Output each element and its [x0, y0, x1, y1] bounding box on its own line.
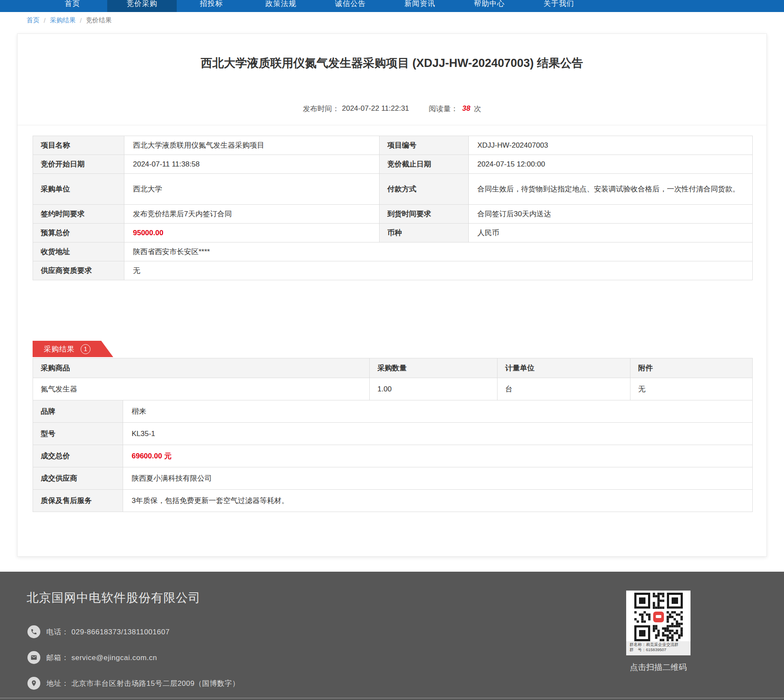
- qr-code[interactable]: 群名称：易竞采企业交流群 群 号：615839507: [626, 591, 691, 655]
- info-label-cell: 预算总价: [33, 224, 124, 242]
- views-count: 38: [462, 104, 470, 113]
- info-value-cell: 无: [124, 261, 753, 280]
- nav-items: 首页 竞价采购 招投标 政策法规 诚信公告 新闻资讯 帮助中心 关于我们: [38, 0, 594, 12]
- column-header: 计量单位: [498, 358, 630, 378]
- breadcrumb-section-link[interactable]: 采购结果: [50, 16, 75, 24]
- product-table: 采购商品 采购数量 计量单位 附件 氮气发生器 1.00 台 无: [33, 358, 753, 400]
- info-label-cell: 供应商资质要求: [33, 261, 124, 280]
- views-label: 阅读量：: [429, 104, 458, 114]
- info-value-cell: 西北大学: [124, 174, 380, 205]
- table-row: 成交总价 69600.00 元: [33, 445, 753, 467]
- table-row: 品牌 楷来: [33, 400, 753, 423]
- budget-total-value: 95000.00: [124, 224, 380, 242]
- breadcrumb-home-link[interactable]: 首页: [27, 16, 39, 24]
- nav-item-policies[interactable]: 政策法规: [246, 0, 316, 12]
- warranty-value: 3年质保，包括免费更新一套空气过滤器等耗材。: [123, 490, 753, 512]
- location-icon: [27, 677, 40, 690]
- nav-item-about-us[interactable]: 关于我们: [524, 0, 594, 12]
- table-header-row: 采购商品 采购数量 计量单位 附件: [33, 358, 753, 378]
- project-info-table: 项目名称 西北大学液质联用仪氮气发生器采购项目 项目编号 XDJJ-HW-202…: [33, 136, 753, 280]
- info-value-cell: 2024-07-11 11:38:58: [124, 155, 380, 174]
- qr-code-image: [634, 593, 683, 641]
- product-name-cell: 氮气发生器: [33, 378, 370, 400]
- email-value: service@ejingcai.com.cn: [72, 654, 157, 662]
- table-row: 签约时间要求 发布竞价结果后7天内签订合同 到货时间要求 合同签订后30天内送达: [33, 205, 753, 224]
- table-row: 采购单位 西北大学 付款方式 合同生效后，待货物到达指定地点、安装调试验收合格后…: [33, 174, 753, 205]
- footer-address-row: 地址：北京市丰台区射击场路15号二层2009（国博数字）: [27, 676, 240, 690]
- footer-company-name: 北京国网中电软件股份有限公司: [27, 590, 201, 606]
- nav-item-bidding-purchase[interactable]: 竞价采购: [107, 0, 177, 12]
- nav-item-help-center[interactable]: 帮助中心: [455, 0, 524, 12]
- info-label-cell: 采购单位: [33, 174, 124, 205]
- product-attachment-cell: 无: [630, 378, 753, 400]
- publish-time-label: 发布时间：: [303, 104, 339, 114]
- address-label: 地址：: [46, 679, 69, 688]
- info-label-cell: 到货时间要求: [380, 205, 469, 224]
- footer-divider: [0, 698, 784, 698]
- detail-label-cell: 成交总价: [33, 445, 123, 467]
- email-label: 邮箱：: [46, 654, 69, 662]
- info-value-cell: 2024-07-15 12:00:00: [469, 155, 753, 174]
- nav-item-home[interactable]: 首页: [38, 0, 107, 12]
- info-value-cell: 合同签订后30天内送达: [469, 205, 753, 224]
- address-value: 北京市丰台区射击场路15号二层2009（国博数字）: [72, 679, 240, 688]
- column-header: 采购商品: [33, 358, 370, 378]
- info-label-cell: 竞价开始日期: [33, 155, 124, 174]
- breadcrumb-current: 竞价结果: [86, 16, 112, 24]
- qr-group-name: 群名称：易竞采企业交流群: [630, 642, 687, 647]
- breadcrumb: 首页 / 采购结果 / 竞价结果: [27, 16, 112, 24]
- brand-value: 楷来: [123, 400, 753, 423]
- nav-item-tendering[interactable]: 招投标: [177, 0, 246, 12]
- top-navigation: 首页 竞价采购 招投标 政策法规 诚信公告 新闻资讯 帮助中心 关于我们: [0, 0, 784, 12]
- phone-label: 电话：: [46, 628, 69, 636]
- info-label-cell: 项目编号: [380, 136, 469, 155]
- detail-label-cell: 品牌: [33, 400, 123, 423]
- table-row: 氮气发生器 1.00 台 无: [33, 378, 753, 400]
- purchase-result-badge: 采购结果 1: [33, 341, 113, 357]
- badge-label: 采购结果: [44, 344, 75, 354]
- announcement-card: 西北大学液质联用仪氮气发生器采购项目 (XDJJ-HW-202407003) 结…: [17, 33, 767, 557]
- nav-item-integrity-notice[interactable]: 诚信公告: [316, 0, 385, 12]
- detail-label-cell: 型号: [33, 423, 123, 445]
- table-row: 质保及售后服务 3年质保，包括免费更新一套空气过滤器等耗材。: [33, 490, 753, 512]
- detail-label-cell: 成交供应商: [33, 467, 123, 490]
- model-value: KL35-1: [123, 423, 753, 445]
- mail-icon: [27, 651, 40, 664]
- info-value-cell: 合同生效后，待货物到达指定地点、安装调试验收合格后，一次性付清合同货款。: [469, 174, 753, 205]
- info-label-cell: 币种: [380, 224, 469, 242]
- info-value-cell: 陕西省西安市长安区****: [124, 242, 753, 261]
- announcement-meta: 发布时间： 2024-07-22 11:22:31 阅读量： 38 次: [18, 103, 766, 115]
- qr-caption: 群名称：易竞采企业交流群 群 号：615839507: [626, 641, 691, 655]
- views-unit: 次: [474, 104, 481, 114]
- phone-icon: [27, 625, 40, 638]
- info-value-cell: 人民币: [469, 224, 753, 242]
- announcement-title: 西北大学液质联用仪氮气发生器采购项目 (XDJJ-HW-202407003) 结…: [18, 55, 766, 71]
- table-row: 竞价开始日期 2024-07-11 11:38:58 竞价截止日期 2024-0…: [33, 155, 753, 174]
- table-row: 项目名称 西北大学液质联用仪氮气发生器采购项目 项目编号 XDJJ-HW-202…: [33, 136, 753, 155]
- info-label-cell: 项目名称: [33, 136, 124, 155]
- info-value-cell: 发布竞价结果后7天内签订合同: [124, 205, 380, 224]
- info-label-cell: 签约时间要求: [33, 205, 124, 224]
- info-label-cell: 付款方式: [380, 174, 469, 205]
- info-label-cell: 收货地址: [33, 242, 124, 261]
- table-row: 型号 KL35-1: [33, 423, 753, 445]
- page: 首页 竞价采购 招投标 政策法规 诚信公告 新闻资讯 帮助中心 关于我们 首页 …: [0, 0, 784, 700]
- info-label-cell: 竞价截止日期: [380, 155, 469, 174]
- table-row: 成交供应商 陕西夏小满科技有限公司: [33, 467, 753, 490]
- table-row: 预算总价 95000.00 币种 人民币: [33, 224, 753, 242]
- footer-phone-row: 电话：029-86618373/13811001607: [27, 625, 170, 639]
- product-unit-cell: 台: [498, 378, 630, 400]
- nav-item-news[interactable]: 新闻资讯: [385, 0, 455, 12]
- phone-value: 029-86618373/13811001607: [72, 628, 170, 636]
- result-detail-table: 品牌 楷来 型号 KL35-1 成交总价 69600.00 元 成交供应商 陕西…: [33, 400, 753, 512]
- meta-divider: [18, 125, 766, 125]
- footer-email-row: 邮箱：service@ejingcai.com.cn: [27, 651, 157, 664]
- publish-time-value: 2024-07-22 11:22:31: [342, 104, 409, 113]
- info-value-cell: XDJJ-HW-202407003: [469, 136, 753, 155]
- footer: 北京国网中电软件股份有限公司 电话：029-86618373/138110016…: [0, 572, 784, 700]
- badge-count: 1: [81, 344, 90, 354]
- winning-supplier-value: 陕西夏小满科技有限公司: [123, 467, 753, 490]
- column-header: 采购数量: [370, 358, 498, 378]
- final-price-value: 69600.00 元: [123, 445, 753, 467]
- qr-group-number: 群 号：615839507: [630, 647, 687, 652]
